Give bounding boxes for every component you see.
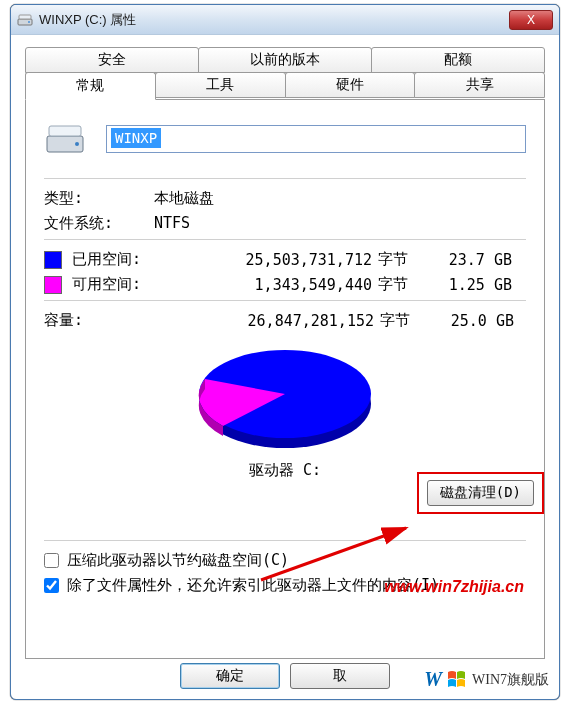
capacity-bytes: 26,847,281,152 xyxy=(179,312,374,330)
fs-label: 文件系统: xyxy=(44,214,154,233)
free-bytes: 1,343,549,440 xyxy=(177,276,372,294)
tab-security[interactable]: 安全 xyxy=(25,47,199,73)
watermark-text: www.win7zhijia.cn xyxy=(384,578,524,596)
tab-general[interactable]: 常规 xyxy=(25,72,156,100)
windows-flag-icon xyxy=(446,669,468,691)
used-gb: 23.7 GB xyxy=(422,251,512,269)
separator xyxy=(44,178,526,179)
drive-large-icon xyxy=(44,118,86,160)
type-label: 类型: xyxy=(44,189,154,208)
capacity-gb: 25.0 GB xyxy=(424,312,514,330)
ok-button[interactable]: 确定 xyxy=(180,663,280,689)
properties-dialog: WINXP (C:) 属性 X 安全 以前的版本 配额 常规 工具 硬件 共享 xyxy=(10,4,560,700)
drive-icon xyxy=(17,12,33,28)
cancel-button[interactable]: 取 xyxy=(290,663,390,689)
cleanup-highlight-box: 磁盘清理(D) xyxy=(417,472,544,514)
free-label: 可用空间: xyxy=(72,275,177,294)
free-swatch xyxy=(44,276,62,294)
window-title: WINXP (C:) 属性 xyxy=(39,11,509,29)
compress-checkbox-row[interactable]: 压缩此驱动器以节约磁盘空间(C) xyxy=(44,551,526,570)
used-label: 已用空间: xyxy=(72,250,177,269)
used-bytes: 25,503,731,712 xyxy=(177,251,372,269)
tab-quota[interactable]: 配额 xyxy=(371,47,545,73)
client-area: 安全 以前的版本 配额 常规 工具 硬件 共享 WINXP xyxy=(11,35,559,667)
free-unit: 字节 xyxy=(372,275,422,294)
compress-label: 压缩此驱动器以节约磁盘空间(C) xyxy=(67,551,289,570)
svg-point-4 xyxy=(75,142,79,146)
tab-strip: 安全 以前的版本 配额 常规 工具 硬件 共享 WINXP xyxy=(25,47,545,659)
titlebar[interactable]: WINXP (C:) 属性 X xyxy=(11,5,559,35)
tab-panel-general: WINXP 类型:本地磁盘 文件系统:NTFS 已用空间: 25,503,731… xyxy=(25,99,545,659)
disk-cleanup-button[interactable]: 磁盘清理(D) xyxy=(427,480,534,506)
compress-checkbox[interactable] xyxy=(44,553,59,568)
drive-name-value: WINXP xyxy=(111,128,161,148)
tab-tools[interactable]: 工具 xyxy=(155,72,286,98)
separator xyxy=(44,239,526,240)
fs-value: NTFS xyxy=(154,214,190,233)
free-space-row: 可用空间: 1,343,549,440 字节 1.25 GB xyxy=(44,275,526,294)
drive-name-input[interactable]: WINXP xyxy=(106,125,526,153)
brand-prefix: W xyxy=(424,668,442,691)
svg-rect-5 xyxy=(49,126,81,136)
tab-previous-versions[interactable]: 以前的版本 xyxy=(198,47,372,73)
index-checkbox[interactable] xyxy=(44,578,59,593)
separator xyxy=(44,300,526,301)
used-swatch xyxy=(44,251,62,269)
capacity-row: 容量: 26,847,281,152 字节 25.0 GB xyxy=(44,311,526,330)
separator xyxy=(44,540,526,541)
type-value: 本地磁盘 xyxy=(154,189,214,208)
brand-watermark: W WIN7旗舰版 xyxy=(420,666,553,693)
capacity-label: 容量: xyxy=(44,311,179,330)
pie-chart: 驱动器 C: xyxy=(44,346,526,480)
svg-rect-2 xyxy=(19,15,31,19)
tab-sharing[interactable]: 共享 xyxy=(414,72,545,98)
capacity-unit: 字节 xyxy=(374,311,424,330)
tab-hardware[interactable]: 硬件 xyxy=(285,72,416,98)
used-space-row: 已用空间: 25,503,731,712 字节 23.7 GB xyxy=(44,250,526,269)
used-unit: 字节 xyxy=(372,250,422,269)
brand-text: WIN7旗舰版 xyxy=(472,671,549,689)
free-gb: 1.25 GB xyxy=(422,276,512,294)
close-button[interactable]: X xyxy=(509,10,553,30)
svg-point-1 xyxy=(28,21,30,23)
